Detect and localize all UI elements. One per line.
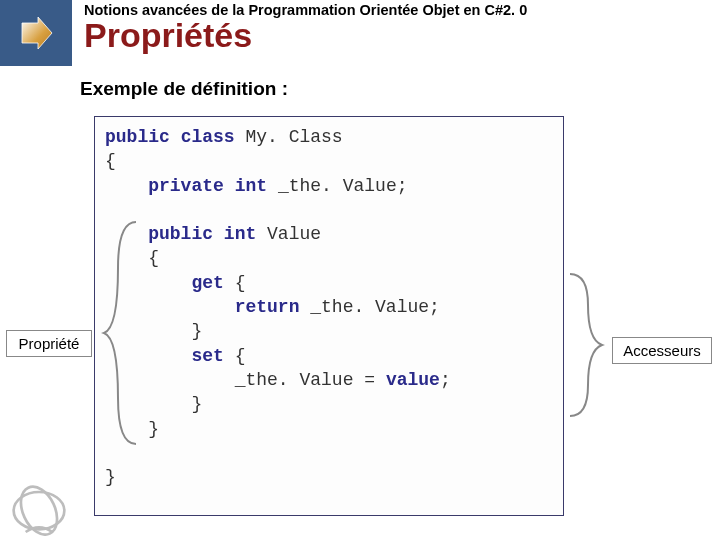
corner-logo-icon xyxy=(4,476,74,536)
section-subtitle: Exemple de définition : xyxy=(80,78,720,100)
kw-public: public xyxy=(105,127,170,147)
label-propriete: Propriété xyxy=(6,330,92,357)
code-sample: public class My. Class { private int _th… xyxy=(94,116,564,516)
brace-open3: { xyxy=(235,273,246,293)
svg-marker-0 xyxy=(22,17,52,49)
arrow-icon xyxy=(0,0,72,66)
field-name: _the. Value; xyxy=(278,176,408,196)
label-accesseurs: Accesseurs xyxy=(612,337,712,364)
brace-open4: { xyxy=(235,346,246,366)
kw-class: class xyxy=(181,127,235,147)
kw-public2: public xyxy=(148,224,213,244)
brace-open: { xyxy=(105,151,116,171)
slide-header: Notions avancées de la Programmation Ori… xyxy=(0,0,720,66)
assign-lhs: _the. Value = xyxy=(235,370,375,390)
page-title: Propriétés xyxy=(84,17,720,54)
prop-name: Value xyxy=(267,224,321,244)
brace-close4: } xyxy=(191,394,202,414)
return-expr: _the. Value; xyxy=(310,297,440,317)
class-name: My. Class xyxy=(245,127,342,147)
brace-open2: { xyxy=(148,248,159,268)
brace-close: } xyxy=(105,467,116,487)
kw-return: return xyxy=(235,297,300,317)
kw-int2: int xyxy=(224,224,256,244)
kw-set: set xyxy=(191,346,223,366)
semi: ; xyxy=(440,370,451,390)
right-brace-icon xyxy=(566,270,606,420)
kw-get: get xyxy=(191,273,223,293)
brace-close2: } xyxy=(148,419,159,439)
kw-int: int xyxy=(235,176,267,196)
kw-private: private xyxy=(148,176,224,196)
brace-close3: } xyxy=(191,321,202,341)
kw-value: value xyxy=(386,370,440,390)
